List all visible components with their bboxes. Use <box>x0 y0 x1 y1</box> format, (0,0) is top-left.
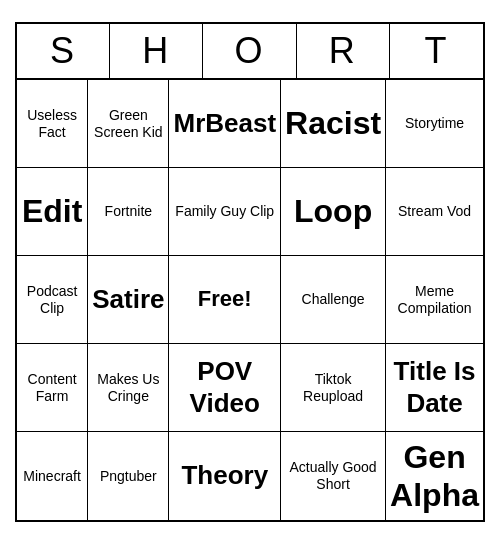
bingo-cell: Title Is Date <box>386 344 483 432</box>
bingo-cell: POV Video <box>169 344 281 432</box>
bingo-grid: Useless FactGreen Screen KidMrBeastRacis… <box>17 80 483 520</box>
bingo-cell: Green Screen Kid <box>88 80 169 168</box>
bingo-cell: Actually Good Short <box>281 432 386 520</box>
bingo-card: SHORT Useless FactGreen Screen KidMrBeas… <box>15 22 485 522</box>
header-letter: T <box>390 24 483 78</box>
bingo-cell: Tiktok Reupload <box>281 344 386 432</box>
bingo-cell: Minecraft <box>17 432 88 520</box>
bingo-cell: Free! <box>169 256 281 344</box>
bingo-cell: Makes Us Cringe <box>88 344 169 432</box>
bingo-cell: Storytime <box>386 80 483 168</box>
bingo-cell: Useless Fact <box>17 80 88 168</box>
bingo-cell: Challenge <box>281 256 386 344</box>
bingo-cell: Meme Compilation <box>386 256 483 344</box>
bingo-cell: Content Farm <box>17 344 88 432</box>
bingo-cell: Loop <box>281 168 386 256</box>
bingo-cell: MrBeast <box>169 80 281 168</box>
bingo-cell: Pngtuber <box>88 432 169 520</box>
header-letter: S <box>17 24 110 78</box>
bingo-cell: Family Guy Clip <box>169 168 281 256</box>
bingo-cell: Satire <box>88 256 169 344</box>
bingo-cell: Edit <box>17 168 88 256</box>
bingo-cell: Fortnite <box>88 168 169 256</box>
header-letter: H <box>110 24 203 78</box>
bingo-cell: Racist <box>281 80 386 168</box>
bingo-cell: Podcast Clip <box>17 256 88 344</box>
bingo-header: SHORT <box>17 24 483 80</box>
header-letter: O <box>203 24 296 78</box>
bingo-cell: Theory <box>169 432 281 520</box>
bingo-cell: Stream Vod <box>386 168 483 256</box>
header-letter: R <box>297 24 390 78</box>
bingo-cell: Gen Alpha <box>386 432 483 520</box>
